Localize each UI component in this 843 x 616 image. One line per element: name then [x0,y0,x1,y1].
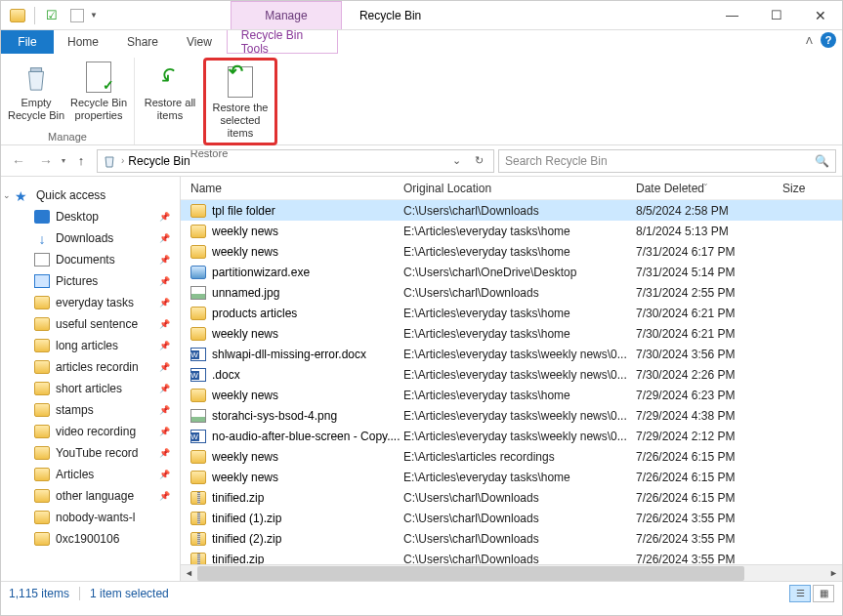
sidebar-item-youtube-record[interactable]: YouTube record📌 [1,442,180,464]
column-date-deleted[interactable]: Date Deleted⌄ [636,182,782,195]
qat-new-folder-icon[interactable] [66,5,88,26]
chevron-down-icon[interactable]: ⌄ [3,190,11,200]
qat-properties-icon[interactable]: ☑ [41,5,63,26]
file-row[interactable]: weekly newsE:\Articles\everyday tasks\ho… [181,241,842,262]
file-name: tinified (2).zip [212,532,281,546]
column-name[interactable]: Name [190,182,403,195]
file-tab[interactable]: File [1,30,54,54]
close-button[interactable]: ✕ [798,1,842,29]
file-row[interactable]: partitionwizard.exeC:\Users\charl\OneDri… [181,262,842,282]
file-row[interactable]: products articlesE:\Articles\everyday ta… [181,303,842,323]
column-original-location[interactable]: Original Location [403,182,636,195]
column-headers: Name Original Location Date Deleted⌄ Siz… [181,177,842,200]
column-size[interactable]: Size [782,182,842,195]
sidebar-item-stamps[interactable]: stamps📌 [1,399,180,421]
file-date: 7/26/2024 6:15 PM [636,491,792,505]
sidebar-item-nobody-wants-l[interactable]: nobody-wants-l [1,507,180,528]
sidebar-item-documents[interactable]: Documents📌 [1,249,180,270]
history-dropdown-icon[interactable]: ▾ [62,156,65,165]
sidebar-item-useful-sentence[interactable]: useful sentence📌 [1,313,180,335]
file-row[interactable]: weekly newsE:\Articles\everyday tasks\ho… [181,323,842,344]
details-view-button[interactable]: ☰ [789,585,811,602]
recycle-bin-tools-tab[interactable]: Recycle Bin Tools [227,30,338,54]
sidebar-item-video-recording[interactable]: video recording📌 [1,421,180,442]
file-row[interactable]: no-audio-after-blue-screen - Copy....E:\… [181,426,842,446]
quick-access-label: Quick access [36,188,105,202]
view-tab[interactable]: View [173,30,227,54]
empty-recycle-bin-button[interactable]: Empty Recycle Bin [7,58,65,129]
star-icon: ★ [15,188,30,202]
sidebar-item-label: stamps [56,403,94,417]
scroll-track[interactable] [197,565,825,582]
refresh-icon[interactable]: ↻ [469,154,489,167]
sidebar-item-label: YouTube record [56,446,139,460]
scroll-right-button[interactable]: ► [825,565,842,582]
file-row[interactable]: weekly newsE:\Articles\everyday tasks\ho… [181,385,842,405]
pin-icon: 📌 [159,298,170,308]
breadcrumb-chevron-icon[interactable]: › [121,155,124,166]
forward-button[interactable]: → [34,149,58,173]
sidebar-item-articles[interactable]: Articles📌 [1,464,180,485]
file-row[interactable]: weekly newsE:\Articles\articles recordin… [181,446,842,467]
ribbon-group-restore: ↶ Restore all items Restore the selected… [135,58,283,144]
file-row[interactable]: shlwapi-dll-missing-error.docxE:\Article… [181,344,842,364]
qat-dropdown-icon[interactable]: ▼ [90,11,98,20]
address-location[interactable]: Recycle Bin [128,154,190,168]
restore-selected-items-button[interactable]: Restore the selected items [208,62,273,141]
file-name: weekly news [212,225,278,238]
file-name: unnamed.jpg [212,286,279,300]
file-row[interactable]: tpl file folderC:\Users\charl\Downloads8… [181,200,842,221]
restore-all-items-button[interactable]: ↶ Restore all items [141,58,199,145]
sidebar-item-other-language[interactable]: other language📌 [1,485,180,507]
sidebar-item-long-articles[interactable]: long articles📌 [1,335,180,356]
file-row[interactable]: tinified (1).zipC:\Users\charl\Downloads… [181,508,842,528]
scroll-thumb[interactable] [197,566,744,581]
sidebar-item-articles-recordin[interactable]: articles recordin📌 [1,356,180,378]
context-tab-header: Manage [231,1,342,29]
file-row[interactable]: tinified (2).zipC:\Users\charl\Downloads… [181,528,842,549]
file-location: C:\Users\charl\Downloads [403,553,636,565]
file-row[interactable]: weekly newsE:\Articles\everyday tasks\ho… [181,467,842,487]
share-tab[interactable]: Share [113,30,173,54]
qat-folder-icon[interactable] [7,5,28,26]
file-row[interactable]: tinified.zipC:\Users\charl\Downloads7/26… [181,549,842,564]
folder-icon [34,339,50,352]
thumbnails-view-button[interactable]: ▦ [813,585,834,602]
file-date: 7/29/2024 6:23 PM [636,389,792,402]
horizontal-scrollbar[interactable]: ◄ ► [181,564,842,581]
scroll-left-button[interactable]: ◄ [181,565,197,582]
sidebar-item-label: everyday tasks [56,296,134,309]
sidebar-item-label: 0xc1900106 [56,532,119,546]
sidebar-item-pictures[interactable]: Pictures📌 [1,270,180,292]
file-row[interactable]: unnamed.jpgC:\Users\charl\Downloads7/31/… [181,282,842,303]
file-list[interactable]: tpl file folderC:\Users\charl\Downloads8… [181,200,842,564]
sidebar-item-desktop[interactable]: Desktop📌 [1,206,180,227]
sidebar-item-label: long articles [56,339,118,352]
sidebar-item-short-articles[interactable]: short articles📌 [1,378,180,399]
sidebar-item-0xc1900106[interactable]: 0xc1900106 [1,528,180,550]
ribbon-toggle-icon[interactable]: ᐱ [806,35,813,46]
search-input[interactable]: Search Recycle Bin 🔍 [498,149,836,173]
sidebar-item-downloads[interactable]: ↓Downloads📌 [1,227,180,249]
folder-icon [190,327,206,341]
address-bar[interactable]: › Recycle Bin ⌄ ↻ [97,149,494,173]
file-row[interactable]: weekly newsE:\Articles\everyday tasks\ho… [181,221,842,241]
maximize-button[interactable]: ☐ [754,1,798,29]
quick-access-root[interactable]: ⌄ ★ Quick access [1,185,180,206]
home-tab[interactable]: Home [54,30,113,54]
recycle-bin-properties-button[interactable]: Recycle Bin properties [69,58,128,129]
back-button[interactable]: ← [7,149,30,173]
file-row[interactable]: tinified.zipC:\Users\charl\Downloads7/26… [181,487,842,508]
up-button[interactable]: ↑ [69,149,93,173]
item-count: 1,115 items [9,587,69,600]
minimize-button[interactable]: — [710,1,754,29]
help-icon[interactable]: ? [821,32,836,48]
file-row[interactable]: .docxE:\Articles\everyday tasks\weekly n… [181,364,842,385]
address-dropdown-icon[interactable]: ⌄ [446,154,467,167]
file-row[interactable]: storahci-sys-bsod-4.pngE:\Articles\every… [181,405,842,426]
sidebar-item-everyday-tasks[interactable]: everyday tasks📌 [1,292,180,313]
navigation-pane[interactable]: ⌄ ★ Quick access Desktop📌↓Downloads📌Docu… [1,177,181,581]
view-buttons: ☰ ▦ [789,585,834,602]
doc-icon [190,348,206,361]
file-location: E:\Articles\articles recordings [403,450,636,464]
